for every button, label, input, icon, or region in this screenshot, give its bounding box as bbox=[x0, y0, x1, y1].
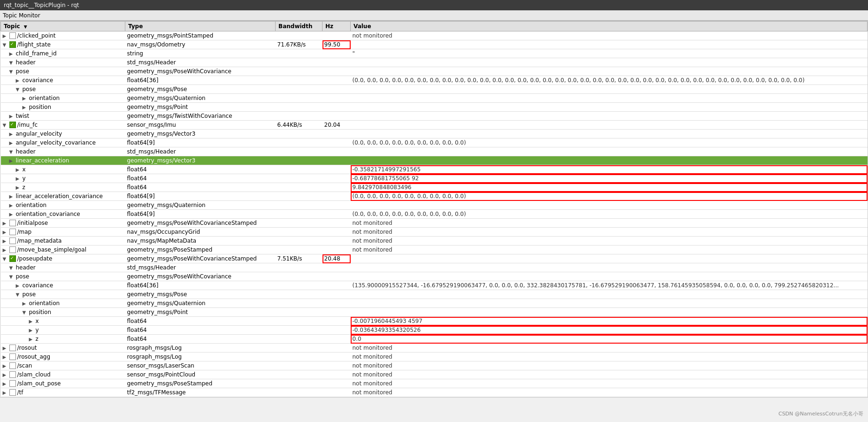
expand-icon[interactable]: ▶ bbox=[3, 363, 8, 368]
expand-icon[interactable]: ▼ bbox=[3, 123, 8, 128]
expand-icon[interactable]: ▶ bbox=[3, 390, 8, 395]
expand-icon[interactable]: ▼ bbox=[16, 87, 22, 92]
table-row[interactable]: ▶zfloat640.0 bbox=[1, 335, 868, 344]
expand-icon[interactable]: ▶ bbox=[3, 238, 8, 244]
expand-icon[interactable]: ▶ bbox=[3, 372, 8, 377]
checkbox[interactable] bbox=[9, 122, 16, 128]
expand-icon[interactable]: ▶ bbox=[9, 140, 15, 146]
expand-icon[interactable]: ▶ bbox=[23, 96, 28, 101]
expand-icon[interactable]: ▶ bbox=[9, 203, 15, 208]
checkbox-empty[interactable] bbox=[9, 371, 16, 378]
col-header-topic[interactable]: Topic ▼ bbox=[1, 22, 125, 31]
table-row[interactable]: ▶/slam_out_posegeometry_msgs/PoseStamped… bbox=[1, 379, 868, 388]
checkbox-empty[interactable] bbox=[9, 353, 16, 360]
expand-icon[interactable]: ▼ bbox=[16, 292, 22, 297]
table-row[interactable]: ▶angular_velocity_covariancefloat64[9](0… bbox=[1, 138, 868, 147]
table-row[interactable]: ▶/mapnav_msgs/OccupancyGridnot monitored bbox=[1, 228, 868, 237]
expand-icon[interactable]: ▶ bbox=[16, 78, 22, 83]
table-row[interactable]: ▶covariancefloat64[36](135.9000091552734… bbox=[1, 281, 868, 290]
table-row[interactable]: ▶angular_velocitygeometry_msgs/Vector3 bbox=[1, 130, 868, 138]
checkbox-empty[interactable] bbox=[9, 238, 16, 244]
table-row[interactable]: ▼/imu_fcsensor_msgs/Imu6.44KB/s20.04 bbox=[1, 121, 868, 130]
expand-icon[interactable]: ▶ bbox=[9, 194, 15, 199]
expand-icon[interactable]: ▶ bbox=[3, 230, 8, 235]
checkbox-empty[interactable] bbox=[9, 380, 16, 387]
table-row[interactable]: ▼posegeometry_msgs/PoseWithCovariance bbox=[1, 272, 868, 281]
expand-icon[interactable]: ▶ bbox=[16, 176, 22, 181]
table-row[interactable]: ▶/clicked_pointgeometry_msgs/PointStampe… bbox=[1, 31, 868, 40]
checkbox-empty[interactable] bbox=[9, 32, 16, 39]
table-row[interactable]: ▶/initialposegeometry_msgs/PoseWithCovar… bbox=[1, 219, 868, 228]
table-row[interactable]: ▶xfloat64-0.35821714997291565 bbox=[1, 165, 868, 174]
checkbox[interactable] bbox=[9, 41, 16, 48]
table-row[interactable]: ▶linear_acceleration_covariancefloat64[9… bbox=[1, 192, 868, 201]
table-row[interactable]: ▶/slam_cloudsensor_msgs/PointCloudnot mo… bbox=[1, 370, 868, 379]
table-row[interactable]: ▶orientationgeometry_msgs/Quaternion bbox=[1, 299, 868, 308]
expand-icon[interactable]: ▼ bbox=[3, 256, 8, 261]
expand-icon[interactable]: ▶ bbox=[3, 345, 8, 351]
col-header-bandwidth[interactable]: Bandwidth bbox=[276, 22, 323, 31]
expand-icon[interactable]: ▶ bbox=[23, 301, 28, 306]
table-row[interactable]: ▼posegeometry_msgs/PoseWithCovariance bbox=[1, 67, 868, 76]
expand-icon[interactable]: ▶ bbox=[3, 354, 8, 360]
table-row[interactable]: ▶linear_accelerationgeometry_msgs/Vector… bbox=[1, 156, 868, 165]
checkbox-empty[interactable] bbox=[9, 362, 16, 369]
table-row[interactable]: ▶xfloat64-0.0071960445493 4597 bbox=[1, 317, 868, 326]
expand-icon[interactable]: ▶ bbox=[16, 185, 22, 190]
checkbox-empty[interactable] bbox=[9, 220, 16, 226]
table-row[interactable]: ▶orientationgeometry_msgs/Quaternion bbox=[1, 94, 868, 103]
expand-icon[interactable]: ▶ bbox=[9, 212, 15, 217]
table-row[interactable]: ▶child_frame_idstring" bbox=[1, 49, 868, 58]
table-row[interactable]: ▶positiongeometry_msgs/Point bbox=[1, 103, 868, 112]
table-row[interactable]: ▼/poseupdategeometry_msgs/PoseWithCovari… bbox=[1, 254, 868, 263]
expand-icon[interactable]: ▶ bbox=[9, 114, 15, 119]
table-row[interactable]: ▶/rosoutrosgraph_msgs/Lognot monitored bbox=[1, 344, 868, 353]
expand-icon[interactable]: ▶ bbox=[9, 131, 15, 137]
checkbox[interactable] bbox=[9, 255, 16, 262]
table-row[interactable]: ▶orientation_covariancefloat64[9](0.0, 0… bbox=[1, 210, 868, 219]
col-header-type[interactable]: Type bbox=[125, 22, 276, 31]
checkbox-empty[interactable] bbox=[9, 345, 16, 351]
table-row[interactable]: ▶/move_base_simple/goalgeometry_msgs/Pos… bbox=[1, 246, 868, 254]
expand-icon[interactable]: ▼ bbox=[9, 60, 15, 65]
table-row[interactable]: ▼/flight_statenav_msgs/Odometry71.67KB/s… bbox=[1, 40, 868, 49]
checkbox-empty[interactable] bbox=[9, 229, 16, 235]
table-row[interactable]: ▼posegeometry_msgs/Pose bbox=[1, 290, 868, 299]
table-row[interactable]: ▶zfloat649.842970848083496 bbox=[1, 183, 868, 192]
table-row[interactable]: ▶yfloat64-0.68778681755065 92 bbox=[1, 174, 868, 183]
expand-icon[interactable]: ▶ bbox=[3, 221, 8, 226]
table-row[interactable]: ▼headerstd_msgs/Header bbox=[1, 58, 868, 67]
table-row[interactable]: ▼headerstd_msgs/Header bbox=[1, 147, 868, 156]
table-row[interactable]: ▼posegeometry_msgs/Pose bbox=[1, 85, 868, 94]
expand-icon[interactable]: ▶ bbox=[29, 319, 35, 324]
expand-icon[interactable]: ▶ bbox=[3, 247, 8, 253]
expand-icon[interactable]: ▶ bbox=[16, 167, 22, 172]
expand-icon[interactable]: ▼ bbox=[9, 274, 15, 279]
expand-icon[interactable]: ▶ bbox=[9, 158, 15, 163]
expand-icon[interactable]: ▶ bbox=[3, 381, 8, 386]
table-row[interactable]: ▶/map_metadatanav_msgs/MapMetaDatanot mo… bbox=[1, 237, 868, 246]
table-row[interactable]: ▶covariancefloat64[36](0.0, 0.0, 0.0, 0.… bbox=[1, 76, 868, 85]
expand-icon[interactable]: ▼ bbox=[9, 69, 15, 74]
table-row[interactable]: ▼headerstd_msgs/Header bbox=[1, 263, 868, 272]
expand-icon[interactable]: ▶ bbox=[29, 337, 35, 342]
expand-icon[interactable]: ▼ bbox=[9, 149, 15, 154]
table-row[interactable]: ▶yfloat64-0.03643493354320526 bbox=[1, 326, 868, 335]
table-row[interactable]: ▼positiongeometry_msgs/Point bbox=[1, 308, 868, 317]
expand-icon[interactable]: ▶ bbox=[3, 33, 8, 38]
checkbox-empty[interactable] bbox=[9, 389, 16, 396]
table-row[interactable]: ▶/scansensor_msgs/LaserScannot monitored bbox=[1, 361, 868, 370]
expand-icon[interactable]: ▼ bbox=[3, 42, 8, 47]
expand-icon[interactable]: ▶ bbox=[23, 105, 28, 110]
expand-icon[interactable]: ▶ bbox=[9, 51, 15, 56]
expand-icon[interactable]: ▶ bbox=[29, 328, 35, 333]
table-row[interactable]: ▶/rosout_aggrosgraph_msgs/Lognot monitor… bbox=[1, 353, 868, 361]
checkbox-empty[interactable] bbox=[9, 246, 16, 253]
table-row[interactable]: ▶twistgeometry_msgs/TwistWithCovariance bbox=[1, 112, 868, 121]
expand-icon[interactable]: ▼ bbox=[9, 265, 15, 270]
expand-icon[interactable]: ▶ bbox=[16, 283, 22, 288]
table-row[interactable]: ▶/tftf2_msgs/TFMessagenot monitored bbox=[1, 388, 868, 397]
table-row[interactable]: ▶orientationgeometry_msgs/Quaternion bbox=[1, 201, 868, 210]
col-header-value[interactable]: Value bbox=[351, 22, 868, 31]
col-header-hz[interactable]: Hz bbox=[323, 22, 351, 31]
